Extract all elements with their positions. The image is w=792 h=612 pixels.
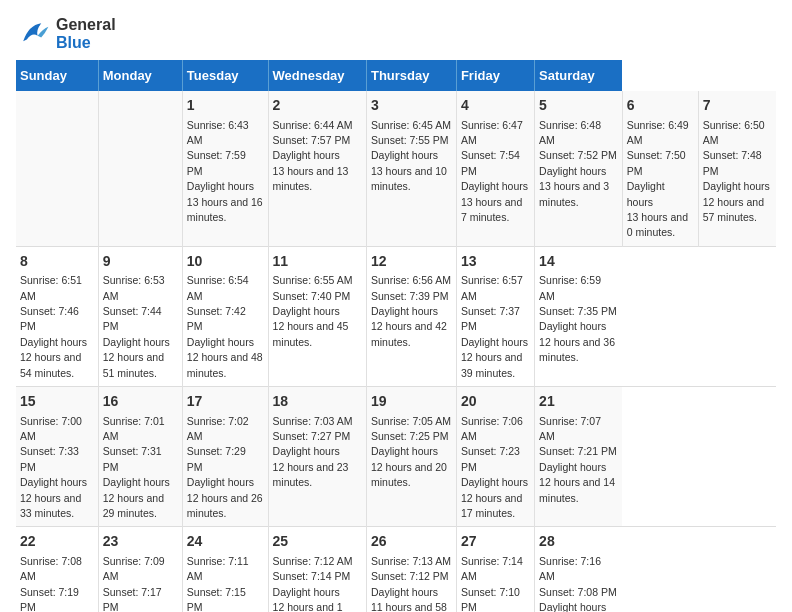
logo: General Blue [16,16,116,52]
page-header: General Blue [16,16,776,52]
sunrise-info: Sunrise: 6:47 AMSunset: 7:54 PMDaylight … [461,119,528,223]
day-number: 24 [187,532,264,552]
calendar-day-cell: 10Sunrise: 6:54 AMSunset: 7:42 PMDayligh… [182,246,268,386]
day-number: 7 [703,96,772,116]
weekday-header-sunday: Sunday [16,60,98,91]
calendar-day-cell: 7Sunrise: 6:50 AMSunset: 7:48 PMDaylight… [698,91,776,246]
day-number: 16 [103,392,178,412]
day-number: 25 [273,532,362,552]
sunrise-info: Sunrise: 6:43 AMSunset: 7:59 PMDaylight … [187,119,263,223]
calendar-day-cell: 26Sunrise: 7:13 AMSunset: 7:12 PMDayligh… [366,527,456,612]
sunrise-info: Sunrise: 6:56 AMSunset: 7:39 PMDaylight … [371,274,451,348]
calendar-day-cell: 14Sunrise: 6:59 AMSunset: 7:35 PMDayligh… [535,246,623,386]
sunrise-info: Sunrise: 7:09 AMSunset: 7:17 PMDaylight … [103,555,173,612]
calendar-day-cell: 21Sunrise: 7:07 AMSunset: 7:21 PMDayligh… [535,387,623,527]
sunrise-info: Sunrise: 6:51 AMSunset: 7:46 PMDaylight … [20,274,87,378]
sunrise-info: Sunrise: 6:44 AMSunset: 7:57 PMDaylight … [273,119,353,193]
day-number: 1 [187,96,264,116]
day-number: 22 [20,532,94,552]
day-number: 13 [461,252,530,272]
day-number: 20 [461,392,530,412]
calendar-day-cell: 5Sunrise: 6:48 AMSunset: 7:52 PMDaylight… [535,91,623,246]
day-number: 21 [539,392,618,412]
day-number: 18 [273,392,362,412]
calendar-day-cell: 15Sunrise: 7:00 AMSunset: 7:33 PMDayligh… [16,387,98,527]
calendar-day-cell: 12Sunrise: 6:56 AMSunset: 7:39 PMDayligh… [366,246,456,386]
calendar-day-cell: 18Sunrise: 7:03 AMSunset: 7:27 PMDayligh… [268,387,366,527]
sunrise-info: Sunrise: 6:53 AMSunset: 7:44 PMDaylight … [103,274,170,378]
calendar-day-cell: 19Sunrise: 7:05 AMSunset: 7:25 PMDayligh… [366,387,456,527]
sunrise-info: Sunrise: 7:02 AMSunset: 7:29 PMDaylight … [187,415,263,519]
sunrise-info: Sunrise: 7:16 AMSunset: 7:08 PMDaylight … [539,555,617,612]
weekday-header-wednesday: Wednesday [268,60,366,91]
sunrise-info: Sunrise: 6:55 AMSunset: 7:40 PMDaylight … [273,274,353,348]
day-number: 6 [627,96,694,116]
calendar-day-cell: 23Sunrise: 7:09 AMSunset: 7:17 PMDayligh… [98,527,182,612]
day-number: 5 [539,96,618,116]
day-number: 10 [187,252,264,272]
day-number: 14 [539,252,618,272]
sunrise-info: Sunrise: 7:01 AMSunset: 7:31 PMDaylight … [103,415,170,519]
day-number: 4 [461,96,530,116]
day-number: 17 [187,392,264,412]
day-number: 26 [371,532,452,552]
calendar-day-cell: 8Sunrise: 6:51 AMSunset: 7:46 PMDaylight… [16,246,98,386]
sunrise-info: Sunrise: 7:11 AMSunset: 7:15 PMDaylight … [187,555,257,612]
sunrise-info: Sunrise: 6:54 AMSunset: 7:42 PMDaylight … [187,274,263,378]
calendar-day-cell: 1Sunrise: 6:43 AMSunset: 7:59 PMDaylight… [182,91,268,246]
logo-icon [16,16,52,52]
calendar-day-cell: 22Sunrise: 7:08 AMSunset: 7:19 PMDayligh… [16,527,98,612]
calendar-week-row: 8Sunrise: 6:51 AMSunset: 7:46 PMDaylight… [16,246,776,386]
sunrise-info: Sunrise: 7:00 AMSunset: 7:33 PMDaylight … [20,415,87,519]
calendar-day-cell: 27Sunrise: 7:14 AMSunset: 7:10 PMDayligh… [456,527,534,612]
sunrise-info: Sunrise: 6:49 AMSunset: 7:50 PMDaylight … [627,119,689,239]
sunrise-info: Sunrise: 6:45 AMSunset: 7:55 PMDaylight … [371,119,451,193]
calendar-day-cell: 16Sunrise: 7:01 AMSunset: 7:31 PMDayligh… [98,387,182,527]
sunrise-info: Sunrise: 6:59 AMSunset: 7:35 PMDaylight … [539,274,617,363]
sunrise-info: Sunrise: 7:13 AMSunset: 7:12 PMDaylight … [371,555,451,612]
day-number: 12 [371,252,452,272]
weekday-header-thursday: Thursday [366,60,456,91]
sunrise-info: Sunrise: 7:08 AMSunset: 7:19 PMDaylight … [20,555,87,612]
calendar-day-cell: 17Sunrise: 7:02 AMSunset: 7:29 PMDayligh… [182,387,268,527]
day-number: 3 [371,96,452,116]
day-number: 19 [371,392,452,412]
calendar-header-row: SundayMondayTuesdayWednesdayThursdayFrid… [16,60,776,91]
sunrise-info: Sunrise: 7:14 AMSunset: 7:10 PMDaylight … [461,555,528,612]
calendar-day-cell: 25Sunrise: 7:12 AMSunset: 7:14 PMDayligh… [268,527,366,612]
calendar-day-cell: 9Sunrise: 6:53 AMSunset: 7:44 PMDaylight… [98,246,182,386]
day-number: 2 [273,96,362,116]
calendar-day-cell: 4Sunrise: 6:47 AMSunset: 7:54 PMDaylight… [456,91,534,246]
sunrise-info: Sunrise: 7:05 AMSunset: 7:25 PMDaylight … [371,415,451,489]
weekday-header-tuesday: Tuesday [182,60,268,91]
calendar-day-cell: 28Sunrise: 7:16 AMSunset: 7:08 PMDayligh… [535,527,623,612]
empty-cell [16,91,98,246]
day-number: 23 [103,532,178,552]
calendar-day-cell: 3Sunrise: 6:45 AMSunset: 7:55 PMDaylight… [366,91,456,246]
sunrise-info: Sunrise: 7:03 AMSunset: 7:27 PMDaylight … [273,415,353,489]
calendar-day-cell: 2Sunrise: 6:44 AMSunset: 7:57 PMDaylight… [268,91,366,246]
calendar-day-cell: 20Sunrise: 7:06 AMSunset: 7:23 PMDayligh… [456,387,534,527]
empty-cell [98,91,182,246]
sunrise-info: Sunrise: 6:57 AMSunset: 7:37 PMDaylight … [461,274,528,378]
day-number: 15 [20,392,94,412]
calendar-day-cell: 11Sunrise: 6:55 AMSunset: 7:40 PMDayligh… [268,246,366,386]
calendar-week-row: 15Sunrise: 7:00 AMSunset: 7:33 PMDayligh… [16,387,776,527]
calendar-day-cell: 13Sunrise: 6:57 AMSunset: 7:37 PMDayligh… [456,246,534,386]
calendar-week-row: 22Sunrise: 7:08 AMSunset: 7:19 PMDayligh… [16,527,776,612]
day-number: 8 [20,252,94,272]
day-number: 11 [273,252,362,272]
calendar-day-cell: 24Sunrise: 7:11 AMSunset: 7:15 PMDayligh… [182,527,268,612]
day-number: 27 [461,532,530,552]
logo-text: General Blue [56,16,116,52]
sunrise-info: Sunrise: 7:12 AMSunset: 7:14 PMDaylight … [273,555,353,612]
calendar-table: SundayMondayTuesdayWednesdayThursdayFrid… [16,60,776,612]
sunrise-info: Sunrise: 7:06 AMSunset: 7:23 PMDaylight … [461,415,528,519]
sunrise-info: Sunrise: 7:07 AMSunset: 7:21 PMDaylight … [539,415,617,504]
weekday-header-friday: Friday [456,60,534,91]
weekday-header-monday: Monday [98,60,182,91]
day-number: 28 [539,532,618,552]
day-number: 9 [103,252,178,272]
sunrise-info: Sunrise: 6:50 AMSunset: 7:48 PMDaylight … [703,119,770,223]
calendar-week-row: 1Sunrise: 6:43 AMSunset: 7:59 PMDaylight… [16,91,776,246]
